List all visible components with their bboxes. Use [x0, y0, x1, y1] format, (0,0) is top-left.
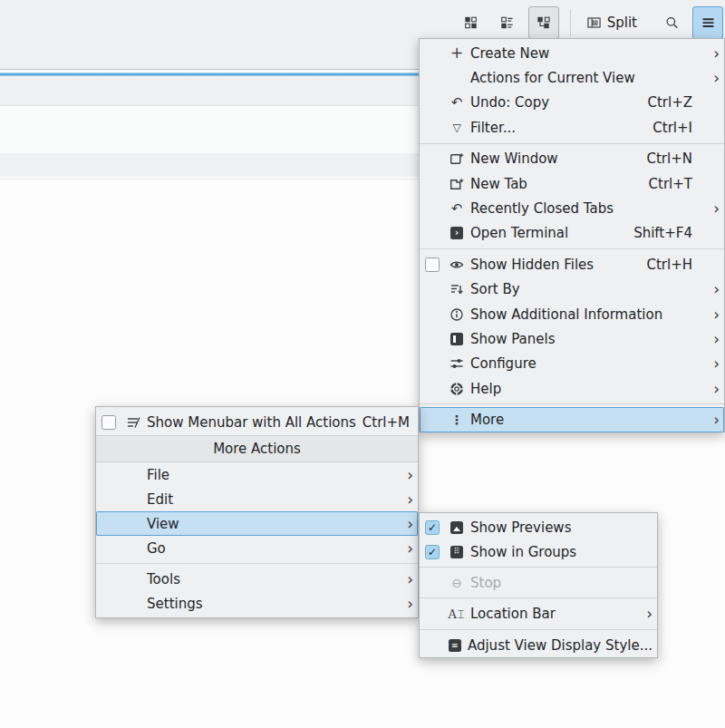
menu-item-tools[interactable]: Tools › — [96, 567, 418, 591]
submenu-arrow-icon: › — [703, 354, 720, 373]
submenu-arrow-icon: › — [703, 330, 720, 348]
filter-icon: ▽ — [450, 120, 465, 135]
eye-icon — [450, 257, 465, 272]
sort-icon — [450, 282, 465, 297]
menu-item-more[interactable]: ⋮ More › — [420, 407, 724, 432]
submenu-arrow-icon: › — [397, 570, 413, 588]
hamburger-menu-button[interactable] — [692, 6, 723, 39]
menu-item-location-bar[interactable]: A⌶ Location Bar › — [420, 601, 657, 626]
menu-item-undo[interactable]: ↶ Undo: Copy Ctrl+Z — [420, 91, 724, 115]
menu-separator — [420, 567, 657, 568]
submenu-arrow-icon: › — [703, 69, 720, 87]
submenu-arrow-icon: › — [703, 380, 720, 398]
menu-item-create-new[interactable]: + Create New › — [420, 41, 724, 65]
submenu-arrow-icon: › — [703, 306, 720, 324]
menu-item-edit[interactable]: Edit › — [96, 487, 418, 511]
submenu-arrow-icon: › — [397, 595, 413, 613]
menu-item-show-menubar[interactable]: Show Menubar with All Actions Ctrl+M — [96, 409, 418, 435]
shortcut: Ctrl+N — [647, 150, 720, 167]
configure-icon — [450, 356, 465, 372]
info-icon — [450, 306, 465, 322]
hamburger-dropdown-menu: + Create New › Actions for Current View … — [419, 38, 725, 432]
location-bar-icon: A⌶ — [450, 607, 465, 622]
new-tab-icon — [450, 176, 465, 191]
terminal-icon: › — [450, 227, 463, 239]
checkbox-checked[interactable]: ✓ — [425, 520, 440, 535]
undo-icon: ↶ — [450, 95, 465, 111]
more-icon: ⋮ — [450, 413, 465, 428]
menu-separator — [420, 248, 724, 249]
stop-icon: ⊖ — [450, 575, 465, 590]
new-window-icon — [450, 151, 465, 167]
menu-separator — [420, 597, 657, 598]
toolbar-separator — [570, 9, 571, 36]
menu-item-show-previews[interactable]: ✓ Show Previews — [420, 515, 657, 539]
submenu-arrow-icon: › — [703, 280, 720, 298]
submenu-arrow-icon: › — [397, 539, 413, 558]
split-button[interactable]: Split — [582, 6, 642, 39]
menu-item-sort-by[interactable]: Sort By › — [420, 277, 724, 302]
adjust-view-icon: ≡ — [449, 639, 461, 652]
submenu-arrow-icon: › — [397, 466, 413, 484]
help-icon — [450, 381, 465, 396]
preview-icon — [450, 521, 463, 534]
shortcut: Ctrl+M — [362, 414, 413, 431]
menu-item-new-tab[interactable]: New Tab Ctrl+T — [420, 171, 724, 196]
menu-item-settings[interactable]: Settings › — [96, 591, 418, 616]
details-view-icon — [499, 15, 515, 31]
menu-separator — [420, 403, 724, 404]
menu-item-show-in-groups[interactable]: ✓ ⠿ Show in Groups — [420, 539, 657, 564]
recently-closed-tabs-icon: ↶ — [450, 201, 465, 217]
shortcut: Shift+F4 — [633, 225, 720, 241]
tree-view-button[interactable] — [528, 6, 559, 39]
submenu-arrow-icon: › — [703, 411, 720, 429]
details-view-button[interactable] — [492, 6, 523, 39]
groups-icon: ⠿ — [450, 546, 463, 558]
panels-icon — [450, 333, 463, 345]
split-button-label: Split — [607, 15, 637, 31]
menu-item-file[interactable]: File › — [96, 462, 418, 487]
menu-separator — [420, 143, 724, 144]
split-icon — [586, 15, 602, 31]
menubar-icon — [126, 414, 141, 430]
menu-item-help[interactable]: Help › — [420, 376, 724, 401]
tree-view-icon — [536, 15, 551, 31]
menu-item-recently-closed-tabs[interactable]: ↶ Recently Closed Tabs › — [420, 196, 724, 220]
checkbox-checked[interactable]: ✓ — [425, 545, 440, 559]
shortcut: Ctrl+I — [652, 120, 720, 136]
more-actions-submenu: Show Menubar with All Actions Ctrl+M Mor… — [95, 406, 419, 618]
menu-section-header: More Actions — [96, 435, 418, 462]
menu-item-new-window[interactable]: New Window Ctrl+N — [420, 147, 724, 171]
shortcut: Ctrl+Z — [647, 94, 720, 111]
menu-separator — [420, 629, 657, 630]
icons-view-icon — [463, 15, 478, 31]
search-icon — [664, 15, 680, 31]
search-button[interactable] — [656, 6, 687, 39]
checkbox-unchecked[interactable] — [102, 415, 116, 430]
shortcut: Ctrl+T — [649, 176, 720, 192]
submenu-arrow-icon: › — [703, 199, 720, 218]
menu-item-view[interactable]: View › — [96, 511, 418, 536]
submenu-arrow-icon: › — [397, 490, 413, 509]
view-submenu: ✓ Show Previews ✓ ⠿ Show in Groups ⊖ Sto… — [419, 512, 658, 658]
plus-icon: + — [450, 45, 465, 61]
menu-separator — [96, 563, 418, 564]
submenu-arrow-icon: › — [397, 515, 413, 533]
menu-item-adjust-view-display-style[interactable]: ≡ Adjust View Display Style... — [420, 633, 657, 658]
menu-item-show-hidden-files[interactable]: Show Hidden Files Ctrl+H — [420, 252, 724, 277]
submenu-arrow-icon: › — [636, 605, 652, 623]
menu-item-show-panels[interactable]: Show Panels › — [420, 326, 724, 351]
menu-item-show-additional-information[interactable]: Show Additional Information › — [420, 302, 724, 326]
menu-item-actions-for-current-view[interactable]: Actions for Current View › — [420, 65, 724, 90]
menu-item-open-terminal[interactable]: › Open Terminal Shift+F4 — [420, 221, 724, 246]
menu-item-go[interactable]: Go › — [96, 536, 418, 560]
submenu-arrow-icon: › — [703, 44, 720, 63]
icons-view-button[interactable] — [456, 6, 487, 39]
shortcut: Ctrl+H — [646, 257, 720, 273]
menu-item-stop: ⊖ Stop — [420, 570, 657, 595]
menu-item-filter[interactable]: ▽ Filter... Ctrl+I — [420, 115, 724, 140]
checkbox-unchecked[interactable] — [425, 257, 440, 272]
menu-item-configure[interactable]: Configure › — [420, 352, 724, 376]
hamburger-icon — [701, 15, 716, 31]
